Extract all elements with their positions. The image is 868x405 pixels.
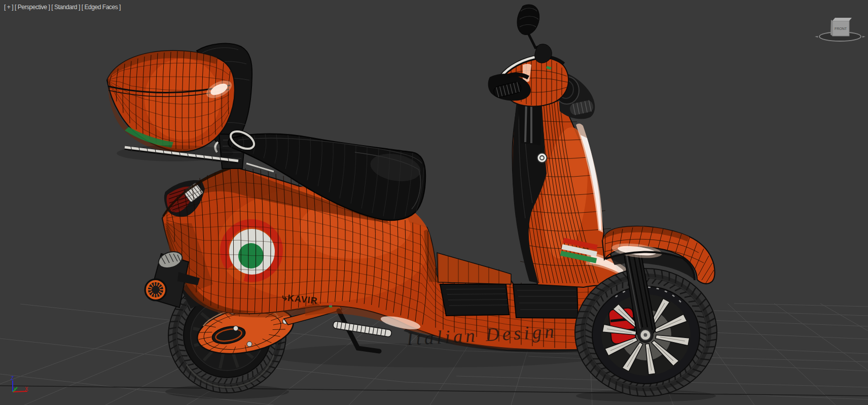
svg-text:[ + ] [ Perspective ] [ Standa: [ + ] [ Perspective ] [ Standard ] [ Edg… [4,4,121,11]
svg-text:X: X [25,386,28,392]
svg-text:FRONT: FRONT [835,27,847,30]
svg-text:Y: Y [14,387,17,392]
svg-text:Z: Z [11,376,14,381]
